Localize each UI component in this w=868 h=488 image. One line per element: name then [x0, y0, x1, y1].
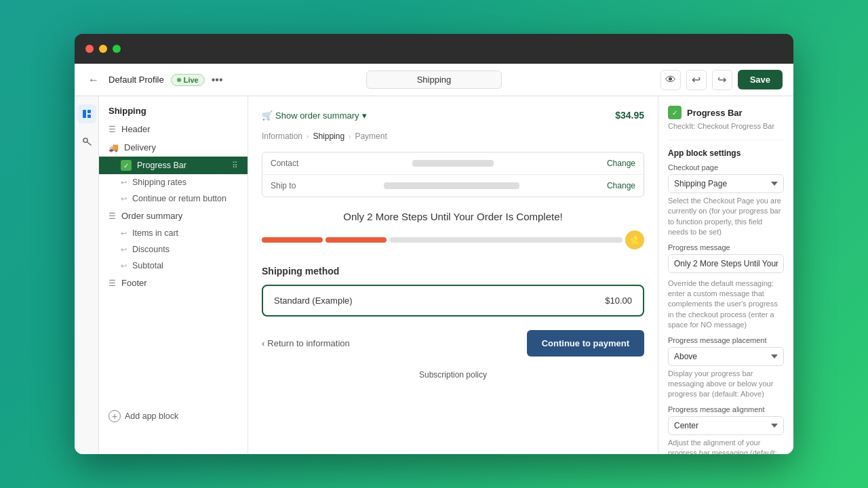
panel-block-subtitle: CheckIt: Checkout Progress Bar: [668, 122, 784, 130]
ship-to-change-link[interactable]: Change: [607, 181, 635, 190]
undo-icon: ↩: [692, 73, 701, 86]
titlebar: [75, 34, 793, 64]
checkout-header: 🛒 Show order summary ▾ $34.95: [262, 110, 644, 121]
shipping-option[interactable]: Standard (Example) $10.00: [262, 285, 644, 317]
eye-icon: 👁: [665, 74, 676, 86]
progress-message-label: Progress message: [668, 243, 784, 251]
contact-value-blur: [412, 160, 494, 167]
breadcrumb-payment: Payment: [355, 131, 387, 141]
topbar-left: ← Default Profile Live •••: [85, 72, 318, 88]
sidebar-item-subtotal[interactable]: ↩ Subtotal: [99, 258, 248, 274]
cart-icon: 🛒: [262, 110, 273, 121]
breadcrumb: Information › Shipping › Payment: [262, 131, 644, 141]
page-title-input[interactable]: [366, 70, 502, 89]
shipping-method-title: Shipping method: [262, 266, 644, 277]
preview-content: 🛒 Show order summary ▾ $34.95 Informatio…: [248, 96, 658, 454]
header-label: Header: [121, 124, 151, 134]
topbar-center: [318, 70, 551, 89]
show-summary-link[interactable]: 🛒 Show order summary ▾: [262, 110, 367, 121]
redo-button[interactable]: ↪: [712, 70, 732, 90]
alignment-select[interactable]: Center: [668, 416, 784, 435]
close-button[interactable]: [85, 45, 94, 53]
sidebar-item-order-summary[interactable]: ☰ Order summary: [99, 207, 248, 225]
add-app-label: Add app block: [125, 411, 178, 421]
alignment-desc: Adjust the alignment of your progress ba…: [668, 438, 784, 454]
subscription-policy-anchor[interactable]: Subscription policy: [419, 370, 487, 380]
checkout-page-label: Checkout page: [668, 163, 784, 171]
add-app-block-button[interactable]: + Add app block: [99, 403, 248, 429]
panel-settings-title: App block settings: [668, 148, 784, 158]
placement-select[interactable]: Above: [668, 347, 784, 366]
minimize-button[interactable]: [99, 45, 107, 53]
sidebar-icon-layout[interactable]: [77, 104, 96, 123]
sidebar-item-shipping-rates[interactable]: ↩ Shipping rates: [99, 174, 248, 190]
live-badge: Live: [171, 74, 205, 86]
sidebar-item-discounts[interactable]: ↩ Discounts: [99, 241, 248, 258]
continue-button-label: Continue or return button: [132, 194, 226, 203]
preview-scroll[interactable]: 🛒 Show order summary ▾ $34.95 Informatio…: [248, 96, 658, 454]
svg-line-4: [87, 142, 91, 146]
app-body: ← Default Profile Live ••• 👁: [75, 64, 793, 454]
contact-change-link[interactable]: Change: [607, 159, 635, 168]
ship-to-field: Ship to Change: [262, 175, 644, 197]
progress-bar-visual: ⭐: [262, 230, 644, 249]
shipping-option-name: Standard (Example): [274, 296, 353, 306]
main-content: Shipping ☰ Header 🚚 Delivery ✓ Progress …: [75, 96, 793, 454]
right-panel: ✓ Progress Bar CheckIt: Checkout Progres…: [658, 96, 793, 454]
bar-segment-2: [326, 237, 387, 243]
fullscreen-button[interactable]: [113, 45, 121, 53]
topbar-right: 👁 ↩ ↪ Save: [550, 70, 783, 90]
sidebar-item-items-in-cart[interactable]: ↩ Items in cart: [99, 225, 248, 241]
svg-rect-1: [87, 110, 91, 113]
checkout-actions: ‹ Return to information Continue to paym…: [262, 330, 644, 357]
placement-desc: Display your progress bar messaging abov…: [668, 369, 784, 400]
contact-label: Contact: [271, 159, 298, 168]
show-summary-label: Show order summary: [275, 110, 359, 121]
panel-block-header: ✓ Progress Bar: [668, 106, 784, 119]
sidebar-icon-key[interactable]: [77, 131, 96, 150]
bar-segment-empty: [389, 237, 623, 243]
return-label: Return to information: [267, 338, 349, 348]
sidebar-item-continue-button[interactable]: ↩ Continue or return button: [99, 190, 248, 207]
checkout-page-select[interactable]: Shipping Page: [668, 174, 784, 193]
items-label: Items in cart: [132, 228, 178, 238]
more-button[interactable]: •••: [212, 74, 223, 86]
undo-button[interactable]: ↩: [686, 70, 707, 90]
checkout-page-desc: Select the Checkout Page you are current…: [668, 196, 784, 238]
progress-bar-label: Progress Bar: [137, 161, 186, 170]
progress-message-input[interactable]: [668, 254, 784, 273]
svg-rect-2: [87, 115, 91, 118]
return-arrow-icon: ‹: [262, 338, 264, 348]
footer-icon: ☰: [108, 279, 116, 288]
sidebar-item-footer[interactable]: ☰ Footer: [99, 274, 248, 292]
subscription-policy-link[interactable]: Subscription policy: [262, 370, 644, 380]
eye-button[interactable]: 👁: [660, 70, 681, 90]
delivery-icon: 🚚: [108, 143, 119, 152]
chevron-icon: ▾: [362, 110, 367, 121]
continue-button-icon: ↩: [121, 195, 127, 203]
back-button[interactable]: ←: [85, 72, 102, 88]
sidebar-item-delivery[interactable]: 🚚 Delivery: [99, 138, 248, 157]
sidebar-item-header[interactable]: ☰ Header: [99, 120, 248, 138]
panel-block-icon: ✓: [668, 106, 682, 119]
save-button[interactable]: Save: [738, 70, 783, 89]
return-link[interactable]: ‹ Return to information: [262, 338, 350, 348]
svg-rect-0: [83, 110, 86, 118]
topbar: ← Default Profile Live ••• 👁: [75, 64, 793, 96]
sidebar-icons-strip: [75, 96, 99, 454]
order-summary-icon: ☰: [108, 211, 116, 221]
breadcrumb-shipping: Shipping: [313, 131, 344, 141]
placement-label: Progress message placement: [668, 336, 784, 344]
live-label: Live: [184, 76, 199, 84]
app-window: ← Default Profile Live ••• 👁: [75, 34, 793, 454]
sidebar-item-progress-bar[interactable]: ✓ Progress Bar ⠿: [99, 157, 248, 174]
bar-segment-1: [262, 237, 323, 243]
breadcrumb-information: Information: [262, 131, 302, 141]
panel-block-title: Progress Bar: [687, 108, 743, 118]
divider-1: [668, 140, 784, 140]
traffic-lights: [85, 45, 121, 53]
add-icon: +: [108, 410, 121, 422]
items-icon: ↩: [121, 229, 127, 238]
shipping-option-price: $10.00: [605, 296, 632, 306]
continue-to-payment-button[interactable]: Continue to payment: [527, 330, 644, 357]
